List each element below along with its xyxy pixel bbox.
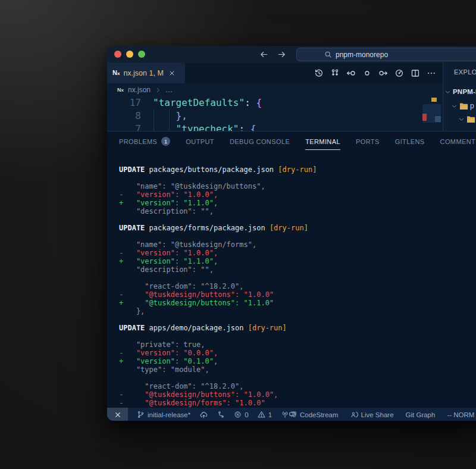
- terminal-line: "name": "@tuskdesign/forms",: [119, 240, 476, 249]
- problems-count-badge: 1: [161, 137, 170, 146]
- change-circle-icon[interactable]: [362, 68, 372, 78]
- navigate-forward-icon[interactable]: [277, 50, 286, 59]
- terminal-line: - "version": "0.0.0",: [119, 349, 476, 357]
- line-number: 8: [107, 110, 141, 123]
- vscode-window: pnpm-monorepo Nx nx.json 1, M Nx nx.json…: [107, 46, 476, 421]
- history-icon[interactable]: [314, 68, 324, 78]
- window-controls: [114, 51, 145, 58]
- cloud-upload-icon: [199, 411, 208, 419]
- close-window-button[interactable]: [114, 51, 121, 58]
- remote-indicator-status-item[interactable]: [107, 408, 128, 421]
- nx-file-icon: Nx: [112, 70, 120, 76]
- panel-tab-terminal[interactable]: TERMINAL: [305, 133, 340, 150]
- terminal-line: [119, 315, 476, 324]
- status-item-label: Git Graph: [406, 411, 436, 418]
- line-number: 17: [107, 96, 141, 110]
- comment-status-item[interactable]: CodeStream: [289, 411, 339, 418]
- terminal-line: - "version": "1.0.0",: [119, 249, 476, 257]
- terminal-line: "private": true,: [119, 340, 476, 349]
- explorer-item-label: p: [470, 102, 474, 110]
- terminal-line: [119, 215, 476, 224]
- panel-tab-problems[interactable]: PROBLEMS1: [119, 133, 170, 150]
- terminal-line: + "version": "1.1.0",: [119, 257, 476, 265]
- editor-line: 8 },: [107, 110, 476, 123]
- broadcast-icon: [281, 411, 289, 418]
- live-share-status-item[interactable]: Live Share: [350, 411, 394, 418]
- explorer-tree-item[interactable]: PNPM-M: [444, 85, 476, 98]
- terminal-line: },: [119, 307, 476, 315]
- minimap-deleted-mark: [422, 114, 427, 121]
- terminal-line: UPDATE packages/buttons/package.json [dr…: [119, 165, 476, 174]
- terminal-line: "description": "",: [119, 207, 476, 215]
- explorer-tree-item[interactable]: [458, 112, 475, 126]
- status-bar: initial-release*010 CodeStreamLive Share…: [107, 408, 476, 421]
- status-item-label: 0: [245, 411, 248, 418]
- -norm-status-item[interactable]: -- NORM: [447, 411, 474, 418]
- terminal-output[interactable]: UPDATE packages/buttons/package.json [dr…: [107, 151, 476, 408]
- terminal-line: UPDATE apps/demo/package.json [dry-run]: [119, 324, 476, 332]
- panel-tab-label: OUTPUT: [186, 133, 214, 150]
- navigate-back-icon[interactable]: [259, 50, 268, 59]
- breadcrumb-file[interactable]: nx.json: [128, 86, 151, 94]
- run-gauge-icon[interactable]: [394, 68, 404, 78]
- gitlens-status-item[interactable]: [217, 411, 225, 418]
- panel-tab-ports[interactable]: PORTS: [356, 133, 380, 150]
- terminal-line: - "@tuskdesign/buttons": "1.0.0": [119, 290, 476, 299]
- error-status-item[interactable]: 0: [234, 411, 248, 418]
- terminal-line: + "@tuskdesign/buttons": "1.1.0": [119, 299, 476, 307]
- comment-icon: [289, 411, 297, 418]
- split-editor-icon[interactable]: [411, 68, 420, 78]
- tab-decorations: 1, M: [149, 69, 164, 77]
- status-item-label: Live Share: [361, 411, 394, 418]
- error-icon: [234, 411, 242, 418]
- status-item-label: 1: [268, 411, 272, 418]
- warning-status-item[interactable]: 1: [258, 411, 272, 418]
- terminal-line: "type": "module",: [119, 365, 476, 374]
- panel-tab-label: TERMINAL: [305, 133, 340, 150]
- panel-tab-label: PORTS: [356, 133, 380, 150]
- search-input[interactable]: pnpm-monorepo: [296, 48, 476, 61]
- terminal-line: [119, 174, 476, 182]
- bottom-panel: PROBLEMS1OUTPUTDEBUG CONSOLETERMINALPORT…: [107, 131, 476, 408]
- explorer-tree-item[interactable]: [468, 126, 475, 131]
- chevron-right-icon: [155, 87, 161, 93]
- chevron-down: [451, 103, 458, 110]
- git-branch-status-item[interactable]: initial-release*: [137, 411, 190, 418]
- editor-actions-toolbar: [314, 62, 436, 83]
- tab-nx-json[interactable]: Nx nx.json 1, M: [107, 62, 185, 83]
- breadcrumb[interactable]: Nx nx.json …: [107, 83, 476, 96]
- explorer-tree-item[interactable]: p: [451, 99, 474, 112]
- code-editor[interactable]: 17"targetDefaults": {8 },7 "typecheck": …: [107, 96, 476, 131]
- live-share-icon: [350, 411, 358, 418]
- panel-tab-comments[interactable]: COMMENTS: [440, 133, 476, 150]
- breadcrumb-more[interactable]: …: [165, 86, 173, 94]
- terminal-line: [119, 374, 476, 382]
- terminal-line: [119, 232, 476, 240]
- explorer-header: EXPLOR: [443, 62, 476, 76]
- line-number: 7: [107, 123, 141, 131]
- panel-tab-output[interactable]: OUTPUT: [186, 133, 214, 150]
- terminal-line: "name": "@tuskdesign/buttons",: [119, 182, 476, 190]
- panel-tab-debug-console[interactable]: DEBUG CONSOLE: [230, 133, 290, 150]
- panel-tab-gitlens[interactable]: GITLENS: [395, 133, 425, 150]
- indent-guide: [169, 110, 170, 131]
- git-graph-status-item[interactable]: Git Graph: [406, 411, 436, 418]
- terminal-line: - "version": "1.0.0",: [119, 190, 476, 199]
- previous-change-icon[interactable]: [346, 68, 356, 78]
- cloud-upload-status-item[interactable]: [199, 411, 208, 419]
- indent-guide: [154, 110, 154, 131]
- panel-tab-bar: PROBLEMS1OUTPUTDEBUG CONSOLETERMINALPORT…: [107, 132, 476, 151]
- source-control-compare-icon[interactable]: [330, 68, 340, 78]
- next-change-icon[interactable]: [378, 68, 388, 78]
- title-bar[interactable]: pnpm-monorepo: [107, 46, 476, 62]
- minimize-window-button[interactable]: [126, 51, 133, 58]
- close-tab-icon[interactable]: [168, 70, 176, 77]
- git-branch-icon: [137, 411, 145, 418]
- code-text: },: [141, 110, 187, 123]
- status-item-label: CodeStream: [300, 411, 339, 418]
- terminal-line: - "@tuskdesign/forms": "1.0.0": [119, 399, 476, 407]
- panel-tab-label: PROBLEMS: [119, 133, 157, 150]
- more-actions-icon[interactable]: [427, 68, 436, 78]
- zoom-window-button[interactable]: [138, 51, 145, 58]
- terminal-line: - "@tuskdesign/buttons": "1.0.0",: [119, 390, 476, 399]
